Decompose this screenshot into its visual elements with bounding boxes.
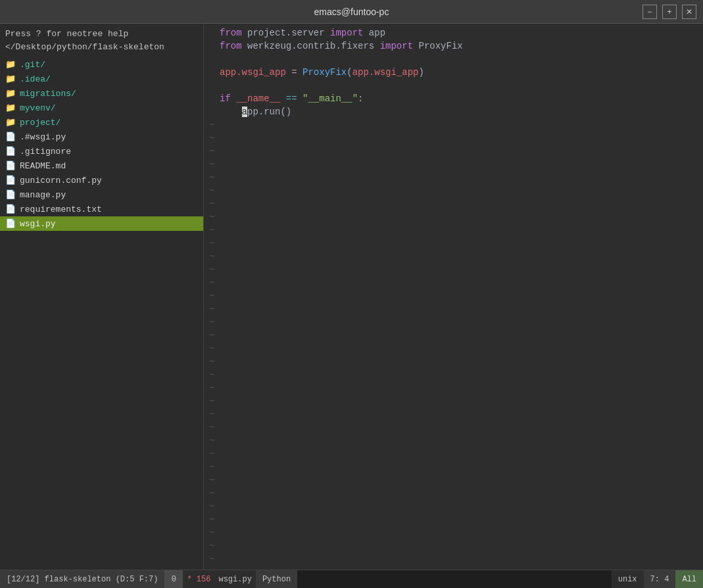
sidebar-item-readme[interactable]: 📄 README.md bbox=[0, 159, 203, 173]
tilde-char: ~ bbox=[209, 421, 220, 434]
tilde-char: ~ bbox=[209, 289, 220, 303]
item-label-gitignore: .gitignore bbox=[20, 147, 71, 157]
sidebar-item-gunicorn[interactable]: 📄 gunicorn.conf.py bbox=[0, 173, 203, 187]
sidebar-item-wsgi-hash[interactable]: 📄 .#wsgi.py bbox=[0, 130, 203, 144]
tilde-line: ~ bbox=[209, 210, 698, 224]
tilde-line: ~ bbox=[209, 434, 698, 447]
item-label-readme: README.md bbox=[20, 161, 66, 171]
code-line-4: app.wsgi_app = ProxyFix(app.wsgi_app) bbox=[209, 66, 698, 79]
sidebar-header: Press ? for neotree help </Desktop/pytho… bbox=[0, 26, 203, 57]
folder-icon: 📁 bbox=[5, 117, 16, 128]
folder-icon: 📁 bbox=[5, 103, 16, 113]
tilde-line: ~ bbox=[209, 276, 698, 289]
tilde-char: ~ bbox=[209, 487, 220, 500]
code-line-7: app.run() bbox=[209, 105, 698, 118]
maximize-button[interactable]: + bbox=[662, 5, 677, 19]
close-button[interactable]: ✕ bbox=[682, 5, 696, 19]
tilde-char: ~ bbox=[209, 381, 220, 395]
tilde-line: ~ bbox=[209, 447, 698, 460]
tilde-line: ~ bbox=[209, 355, 698, 368]
window-title: emacs@funtoo-pc bbox=[314, 7, 389, 17]
sidebar-item-project[interactable]: 📁 project/ bbox=[0, 115, 203, 130]
tilde-char: ~ bbox=[209, 434, 220, 447]
tilde-line: ~ bbox=[209, 184, 698, 197]
tilde-char: ~ bbox=[209, 566, 220, 570]
sidebar-item-idea[interactable]: 📁 .idea/ bbox=[0, 72, 203, 86]
file-icon: 📄 bbox=[5, 146, 16, 157]
tilde-char: ~ bbox=[209, 342, 220, 355]
tilde-char: ~ bbox=[209, 132, 220, 145]
tilde-line: ~ bbox=[209, 224, 698, 237]
item-label-manage: manage.py bbox=[20, 190, 66, 200]
code-editor[interactable]: from project.server import app from werk… bbox=[204, 24, 703, 570]
code-line-5 bbox=[209, 79, 698, 92]
tilde-char: ~ bbox=[209, 500, 220, 513]
tilde-char: ~ bbox=[209, 460, 220, 474]
window-controls: − + ✕ bbox=[642, 5, 696, 19]
folder-icon: 📁 bbox=[5, 88, 16, 99]
tilde-char: ~ bbox=[209, 316, 220, 329]
item-label-myvenv: myvenv/ bbox=[20, 103, 56, 113]
tilde-line: ~ bbox=[209, 513, 698, 526]
item-label-git: .git/ bbox=[20, 60, 45, 70]
status-bar: [12/12] flask-skeleton (D:5 F:7) 0 * 156… bbox=[0, 570, 703, 588]
folder-icon: 📁 bbox=[5, 74, 16, 84]
tilde-line: ~ bbox=[209, 487, 698, 500]
tilde-line: ~ bbox=[209, 303, 698, 316]
tilde-char: ~ bbox=[209, 210, 220, 224]
code-content-area: from project.server import app from werk… bbox=[204, 26, 703, 570]
tilde-line: ~ bbox=[209, 316, 698, 329]
status-right: unix 7: 4 All bbox=[612, 570, 703, 588]
status-cursor-position: 7: 4 bbox=[644, 570, 676, 588]
status-icon: 0 bbox=[164, 570, 183, 588]
sidebar-item-migrations[interactable]: 📁 migrations/ bbox=[0, 86, 203, 101]
minimize-button[interactable]: − bbox=[642, 5, 657, 19]
status-encoding: unix bbox=[612, 570, 644, 588]
tilde-line: ~ bbox=[209, 250, 698, 263]
tilde-char: ~ bbox=[209, 526, 220, 539]
tilde-char: ~ bbox=[209, 118, 220, 132]
sidebar-item-gitignore[interactable]: 📄 .gitignore bbox=[0, 144, 203, 159]
code-line-3 bbox=[209, 53, 698, 66]
file-icon: 📄 bbox=[5, 189, 16, 200]
status-modified: * 156 bbox=[183, 570, 214, 588]
tilde-char: ~ bbox=[209, 329, 220, 342]
sidebar-item-wsgi[interactable]: 📄 wsgi.py bbox=[0, 216, 203, 231]
tilde-line: ~ bbox=[209, 421, 698, 434]
tilde-char: ~ bbox=[209, 552, 220, 566]
tilde-char: ~ bbox=[209, 447, 220, 460]
status-filename: wsgi.py bbox=[214, 570, 255, 588]
item-label-project: project/ bbox=[20, 118, 61, 128]
tilde-char: ~ bbox=[209, 355, 220, 368]
item-label-gunicorn: gunicorn.conf.py bbox=[20, 176, 102, 185]
item-label-requirements: requirements.txt bbox=[20, 205, 102, 214]
status-view: All bbox=[675, 570, 703, 588]
tilde-line: ~ bbox=[209, 368, 698, 381]
tilde-char: ~ bbox=[209, 408, 220, 421]
file-icon: 📄 bbox=[5, 132, 16, 142]
tilde-line: ~ bbox=[209, 171, 698, 184]
line-6-content: if __name__ == "__main__": bbox=[220, 92, 363, 105]
tilde-line: ~ bbox=[209, 500, 698, 513]
sidebar-item-manage[interactable]: 📄 manage.py bbox=[0, 187, 203, 202]
tilde-char: ~ bbox=[209, 303, 220, 316]
tilde-line: ~ bbox=[209, 566, 698, 570]
sidebar-item-myvenv[interactable]: 📁 myvenv/ bbox=[0, 101, 203, 115]
file-icon: 📄 bbox=[5, 175, 16, 185]
line-5-content bbox=[220, 79, 225, 92]
tilde-char: ~ bbox=[209, 224, 220, 237]
text-cursor: a bbox=[242, 107, 247, 117]
tilde-char: ~ bbox=[209, 158, 220, 171]
tilde-char: ~ bbox=[209, 250, 220, 263]
tilde-char: ~ bbox=[209, 197, 220, 210]
tilde-char: ~ bbox=[209, 368, 220, 381]
tilde-line: ~ bbox=[209, 329, 698, 342]
sidebar-item-requirements[interactable]: 📄 requirements.txt bbox=[0, 202, 203, 216]
tilde-line: ~ bbox=[209, 158, 698, 171]
tilde-line: ~ bbox=[209, 145, 698, 158]
tilde-char: ~ bbox=[209, 184, 220, 197]
tilde-line: ~ bbox=[209, 289, 698, 303]
tilde-line: ~ bbox=[209, 539, 698, 552]
line-4-content: app.wsgi_app = ProxyFix(app.wsgi_app) bbox=[220, 66, 424, 79]
sidebar-item-git[interactable]: 📁 .git/ bbox=[0, 57, 203, 72]
